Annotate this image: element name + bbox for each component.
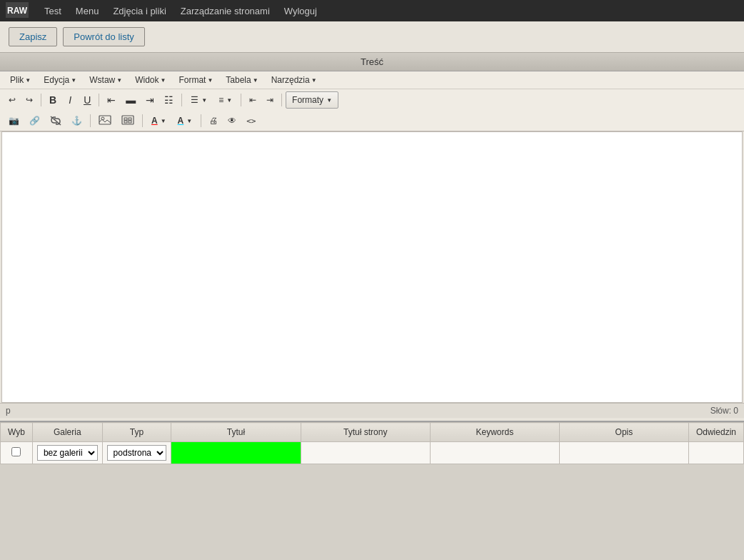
menu-tabela[interactable]: Tabela ▼ bbox=[220, 73, 263, 87]
align-center-button[interactable]: ▬ bbox=[121, 92, 140, 108]
menu-edycja-arrow: ▼ bbox=[71, 77, 76, 84]
undo-button[interactable] bbox=[4, 92, 20, 108]
list-ordered-button[interactable]: ≡ ▼ bbox=[213, 92, 237, 108]
list-ul-icon: ☰ bbox=[191, 95, 198, 105]
list-ol-arrow: ▼ bbox=[226, 97, 232, 104]
logo: RAW bbox=[6, 2, 29, 20]
bg-color-arrow: ▼ bbox=[186, 118, 192, 124]
align-left-icon: ⇤ bbox=[107, 94, 116, 106]
separator-8 bbox=[201, 114, 201, 127]
col-tytul: Tytuł bbox=[171, 423, 301, 442]
typ-select[interactable]: podstrona bbox=[107, 445, 167, 461]
toolbar-container: Plik ▼ Edycja ▼ Wstaw ▼ Widok ▼ Format ▼… bbox=[0, 71, 744, 131]
word-count: Słów: 0 bbox=[710, 406, 738, 416]
font-color-button[interactable]: A ▼ bbox=[146, 113, 171, 129]
underline-icon: U bbox=[84, 94, 91, 106]
save-button[interactable]: Zapisz bbox=[9, 27, 57, 46]
menubar: Plik ▼ Edycja ▼ Wstaw ▼ Widok ▼ Format ▼… bbox=[0, 71, 744, 89]
typ-cell: podstrona bbox=[102, 442, 171, 464]
data-table: Wyb Galeria Typ Tytuł Tytuł strony Keywo… bbox=[0, 422, 744, 464]
svg-line-2 bbox=[51, 116, 61, 125]
nav-photos[interactable]: Zdjęcia i pliki bbox=[106, 3, 173, 19]
anchor-button[interactable]: ⚓ bbox=[67, 113, 86, 129]
galeria-select[interactable]: bez galerii bbox=[37, 445, 98, 461]
menu-plik-arrow: ▼ bbox=[25, 77, 31, 84]
bold-button[interactable]: B bbox=[45, 92, 61, 108]
align-right-icon: ⇥ bbox=[146, 94, 154, 106]
nav-logout[interactable]: Wyloguj bbox=[277, 3, 324, 19]
nav-test[interactable]: Test bbox=[37, 3, 69, 19]
print-button[interactable]: 🖨 bbox=[205, 113, 222, 129]
nav-menu[interactable]: Menu bbox=[69, 3, 106, 19]
col-odwiedzin: Odwiedzin bbox=[688, 423, 743, 442]
back-to-list-button[interactable]: Powrót do listy bbox=[63, 27, 145, 46]
editor-content[interactable] bbox=[1, 131, 743, 403]
col-keywords: Keywords bbox=[430, 423, 559, 442]
table-row: bez galerii podstrona bbox=[1, 442, 744, 464]
separator-3 bbox=[181, 94, 182, 106]
list-unordered-button[interactable]: ☰ ▼ bbox=[186, 92, 212, 108]
tytul-input[interactable] bbox=[176, 448, 296, 459]
insert-image-button[interactable]: 📷 bbox=[4, 113, 24, 129]
svg-rect-7 bbox=[129, 118, 131, 120]
separator-2 bbox=[99, 94, 99, 106]
font-color-arrow: ▼ bbox=[161, 118, 166, 124]
toolbar-row-1: B I U ⇤ ▬ ⇥ ☷ ☰ ▼ ≡ ▼ bbox=[0, 89, 744, 111]
svg-rect-6 bbox=[124, 118, 127, 120]
svg-text:RAW: RAW bbox=[7, 6, 28, 16]
link-icon: 🔗 bbox=[29, 116, 40, 126]
underline-button[interactable]: U bbox=[79, 92, 95, 108]
insert-link-button[interactable]: 🔗 bbox=[25, 113, 44, 129]
align-justify-button[interactable]: ☷ bbox=[160, 92, 178, 108]
nav-manage[interactable]: Zarządzanie stronami bbox=[174, 3, 277, 19]
menu-narzedzia[interactable]: Narzędzia ▼ bbox=[266, 73, 323, 87]
italic-button[interactable]: I bbox=[62, 92, 78, 108]
preview-button[interactable]: 👁 bbox=[223, 113, 241, 129]
editor-titlebar: Treść bbox=[0, 53, 744, 71]
menu-format[interactable]: Format ▼ bbox=[173, 73, 218, 87]
tytul-strony-cell bbox=[301, 442, 430, 464]
col-typ: Typ bbox=[102, 423, 171, 442]
redo-button[interactable] bbox=[21, 92, 37, 108]
outdent-icon: ⇤ bbox=[249, 95, 256, 105]
align-left-button[interactable]: ⇤ bbox=[103, 92, 120, 108]
svg-rect-8 bbox=[124, 121, 127, 123]
data-table-wrapper: Wyb Galeria Typ Tytuł Tytuł strony Keywo… bbox=[0, 421, 744, 464]
keywords-input[interactable] bbox=[435, 448, 555, 459]
menu-wstaw[interactable]: Wstaw ▼ bbox=[84, 73, 128, 87]
col-tytul-strony: Tytuł strony bbox=[301, 423, 430, 442]
menu-narzedzia-arrow: ▼ bbox=[311, 77, 317, 84]
keywords-cell bbox=[430, 442, 559, 464]
opis-input[interactable] bbox=[564, 448, 684, 459]
menu-edycja[interactable]: Edycja ▼ bbox=[38, 73, 82, 87]
separator-4 bbox=[241, 94, 241, 106]
insert-media-button[interactable] bbox=[117, 113, 139, 129]
odwiedzin-cell bbox=[688, 442, 743, 464]
bg-color-button[interactable]: A ▼ bbox=[173, 113, 198, 129]
tytul-strony-input[interactable] bbox=[306, 448, 426, 459]
indent-button[interactable]: ⇥ bbox=[262, 92, 278, 108]
menu-plik[interactable]: Plik ▼ bbox=[4, 73, 36, 87]
separator-5 bbox=[281, 94, 282, 106]
insert-photo-button[interactable] bbox=[94, 113, 116, 129]
menu-widok-arrow: ▼ bbox=[160, 77, 166, 84]
galeria-cell: bez galerii bbox=[32, 442, 102, 464]
menu-widok[interactable]: Widok ▼ bbox=[129, 73, 171, 87]
list-ol-icon: ≡ bbox=[218, 95, 223, 105]
opis-cell bbox=[559, 442, 688, 464]
list-ul-arrow: ▼ bbox=[201, 97, 207, 104]
separator-7 bbox=[142, 114, 143, 127]
menu-wstaw-arrow: ▼ bbox=[116, 77, 122, 84]
outdent-button[interactable]: ⇤ bbox=[245, 92, 261, 108]
formaty-button[interactable]: Formaty ▼ bbox=[286, 91, 338, 109]
row-checkbox-cell bbox=[1, 442, 33, 464]
row-checkbox[interactable] bbox=[11, 447, 21, 456]
col-opis: Opis bbox=[559, 423, 688, 442]
source-button[interactable]: <> bbox=[242, 113, 260, 129]
bg-color-icon: A bbox=[178, 116, 184, 126]
action-bar: Zapisz Powrót do listy bbox=[0, 21, 744, 53]
photo-icon bbox=[99, 115, 111, 127]
align-right-button[interactable]: ⇥ bbox=[141, 92, 159, 108]
unlink-button[interactable] bbox=[46, 113, 66, 129]
redo-icon bbox=[26, 95, 33, 105]
